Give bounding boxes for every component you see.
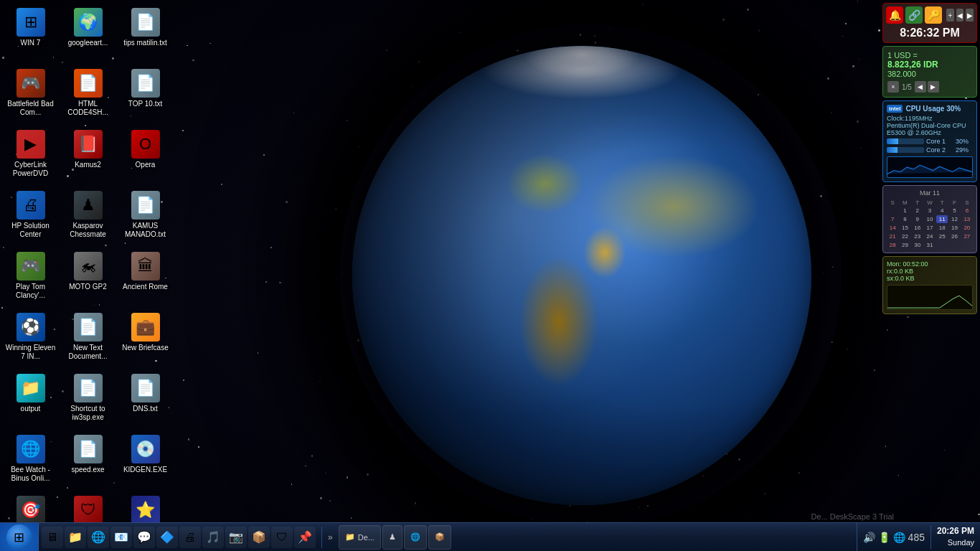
cal-day-28[interactable]: 28 bbox=[887, 241, 898, 249]
cal-day-20[interactable]: 20 bbox=[961, 224, 973, 232]
tray-icon-1[interactable]: 🔊 bbox=[863, 532, 875, 543]
cpu-core1-bar: Core 1 30% bbox=[887, 138, 973, 145]
clock-btn-gold[interactable]: 🔑 bbox=[925, 6, 942, 24]
desktop-icon-cyberlink[interactable]: ▶CyberLink PowerDVD bbox=[4, 126, 57, 187]
icon-label-win7: WIN 7 bbox=[21, 39, 41, 47]
taskbar-open-item-explorer[interactable]: 📁 De... bbox=[339, 525, 381, 550]
network-graph bbox=[887, 285, 973, 310]
taskbar-icon-10[interactable]: 🛡 bbox=[271, 527, 293, 548]
desktop-icon-battlefield[interactable]: 🎮Battlefield Bad Com... bbox=[4, 65, 57, 126]
cal-day-18[interactable]: 18 bbox=[936, 224, 948, 232]
icon-img-shortcut: 📄 bbox=[74, 374, 103, 402]
icon-img-kasparov: ♟ bbox=[74, 191, 103, 220]
cal-day-25[interactable]: 25 bbox=[936, 232, 948, 240]
taskbar-icon-3[interactable]: 📧 bbox=[110, 527, 132, 548]
desktop-icon-top10[interactable]: 📄TOP 10.txt bbox=[118, 65, 172, 126]
icon-img-opera: O bbox=[131, 130, 160, 159]
desktop-icon-tomclancy[interactable]: 🎮Play Tom Clancy'... bbox=[4, 248, 57, 309]
cal-day-24[interactable]: 24 bbox=[924, 232, 936, 240]
taskbar-open-item-2[interactable]: ♟ bbox=[382, 525, 402, 550]
desktop-icon-motogp[interactable]: 🏍MOTO GP2 bbox=[61, 248, 115, 309]
taskbar-icon-7[interactable]: 🎵 bbox=[202, 527, 224, 548]
icon-label-hp: HP Solution Center bbox=[5, 222, 56, 239]
cal-day-4[interactable]: 4 bbox=[936, 207, 948, 215]
desktop-icon-kamus2[interactable]: 📕Kamus2 bbox=[61, 126, 115, 187]
currency-nav-left[interactable]: ◀ bbox=[915, 81, 926, 93]
clock-nav-right[interactable]: ▶ bbox=[966, 9, 974, 22]
cal-day-15[interactable]: 15 bbox=[899, 224, 910, 232]
desktop-icon-beewatch[interactable]: 🌐Bee Watch - Binus Onli... bbox=[4, 430, 57, 491]
desktop-icon-briefcase[interactable]: 💼New Briefcase bbox=[118, 309, 172, 369]
desktop-icon-speed[interactable]: 📄speed.exe bbox=[61, 430, 115, 491]
clock-btn-green[interactable]: 🔗 bbox=[905, 6, 923, 24]
tray-icon-2[interactable]: 🔋 bbox=[878, 532, 890, 543]
desktop-icon-kasparov[interactable]: ♟Kasparov Chessmate bbox=[61, 187, 115, 248]
cal-day-19[interactable]: 19 bbox=[948, 224, 960, 232]
cal-day-14[interactable]: 14 bbox=[887, 224, 898, 232]
cal-day-23[interactable]: 23 bbox=[912, 232, 923, 240]
taskbar-icon-5[interactable]: 🔷 bbox=[156, 527, 178, 548]
cal-day-7[interactable]: 7 bbox=[887, 215, 898, 223]
desktop-icon-output[interactable]: 📁output bbox=[4, 369, 57, 430]
desktop-icon-shortcut[interactable]: 📄Shortcut to iw3sp.exe bbox=[61, 369, 115, 430]
earth-globe bbox=[352, 46, 811, 505]
tray-icon-3[interactable]: 🌐 bbox=[893, 532, 905, 543]
cal-day-10[interactable]: 10 bbox=[924, 215, 936, 223]
desktop-icon-winning[interactable]: ⚽Winning Eleven 7 IN... bbox=[4, 309, 57, 369]
desktop-icon-kamus[interactable]: 📄KAMUS MANADO.txt bbox=[118, 187, 172, 248]
taskbar-clock[interactable]: 20:26 PM Sunday bbox=[930, 525, 980, 548]
cal-day-29[interactable]: 29 bbox=[899, 241, 910, 249]
taskbar-icon-2[interactable]: 🌐 bbox=[88, 527, 109, 548]
currency-nav-right[interactable]: ▶ bbox=[928, 81, 939, 93]
icon-label-opera: Opera bbox=[136, 161, 156, 169]
cal-day-30[interactable]: 30 bbox=[912, 241, 923, 249]
desktop-icon-newtxt[interactable]: 📄New Text Document... bbox=[61, 309, 115, 369]
currency-close[interactable]: × bbox=[887, 81, 899, 93]
tray-icon-4[interactable]: 485 bbox=[908, 532, 925, 543]
desktop-icon-ancientrome[interactable]: 🏛Ancient Rome bbox=[118, 248, 172, 309]
cal-day-3[interactable]: 3 bbox=[924, 207, 936, 215]
clock-nav-left[interactable]: ◀ bbox=[956, 9, 964, 22]
taskbar-icon-8[interactable]: 📷 bbox=[225, 527, 247, 548]
cal-day-27[interactable]: 27 bbox=[961, 232, 973, 240]
cal-day-11[interactable]: 11 bbox=[936, 215, 948, 223]
taskbar-icon-show-desktop[interactable]: 🖥 bbox=[42, 527, 63, 548]
desktop-icon-win7[interactable]: ⊞WIN 7 bbox=[4, 4, 57, 65]
cal-day-1[interactable]: 1 bbox=[899, 207, 910, 215]
cal-day-5[interactable]: 5 bbox=[948, 207, 960, 215]
desktop-icon-hp[interactable]: 🖨HP Solution Center bbox=[4, 187, 57, 248]
taskbar-icon-11[interactable]: 📌 bbox=[294, 527, 316, 548]
start-button[interactable]: ⊞ bbox=[0, 523, 39, 552]
cpu-core2-fill bbox=[887, 147, 897, 153]
taskbar-open-item-3[interactable]: 🌐 bbox=[404, 525, 427, 550]
cal-day-22[interactable]: 22 bbox=[899, 232, 910, 240]
desktop-icon-kidgen[interactable]: 💿KIDGEN.EXE bbox=[118, 430, 172, 491]
cal-day-21[interactable]: 21 bbox=[887, 232, 898, 240]
desktop-icon-opera[interactable]: OOpera bbox=[118, 126, 172, 187]
taskbar-show-more[interactable]: » bbox=[325, 532, 336, 542]
taskbar-icon-6[interactable]: 🖨 bbox=[179, 527, 201, 548]
clock-add-btn[interactable]: + bbox=[946, 9, 954, 22]
desktop-icon-htmlcode[interactable]: 📄HTML CODE4SH... bbox=[61, 65, 115, 126]
cal-day-16[interactable]: 16 bbox=[912, 224, 923, 232]
taskbar-icon-9[interactable]: 📦 bbox=[248, 527, 270, 548]
cal-day-9[interactable]: 9 bbox=[912, 215, 923, 223]
taskbar-icon-4[interactable]: 💬 bbox=[133, 527, 155, 548]
cal-day-12[interactable]: 12 bbox=[948, 215, 960, 223]
cal-day-2[interactable]: 2 bbox=[912, 207, 923, 215]
desktop-icon-tips[interactable]: 📄tips matilin.txt bbox=[118, 4, 172, 65]
taskbar-icon-1[interactable]: 📁 bbox=[65, 527, 86, 548]
taskbar-open-label-1: De... bbox=[358, 533, 374, 542]
cal-day-17[interactable]: 17 bbox=[924, 224, 936, 232]
taskbar-time-display: 20:26 PM bbox=[937, 525, 974, 537]
clock-btn-red[interactable]: 🔔 bbox=[886, 6, 903, 24]
cal-day-26[interactable]: 26 bbox=[948, 232, 960, 240]
cal-day-6[interactable]: 6 bbox=[961, 207, 973, 215]
desktop-icon-googleearth[interactable]: 🌍googleeart... bbox=[61, 4, 115, 65]
cal-day-31[interactable]: 31 bbox=[924, 241, 936, 249]
cal-day-13[interactable]: 13 bbox=[961, 215, 973, 223]
desktop-icon-dns[interactable]: 📄DNS.txt bbox=[118, 369, 172, 430]
cal-day-8[interactable]: 8 bbox=[899, 215, 910, 223]
currency-line3: 382.000 bbox=[887, 70, 972, 78]
taskbar-open-item-4[interactable]: 📦 bbox=[428, 525, 451, 550]
